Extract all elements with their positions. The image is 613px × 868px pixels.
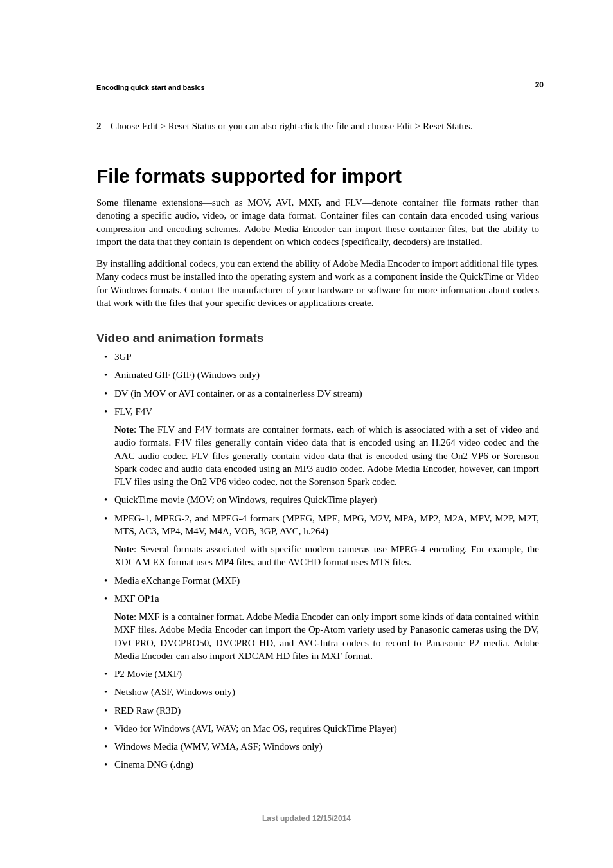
note-block: Note: Several formats associated with sp… [96,543,539,569]
list-item: MPEG-1, MPEG-2, and MPEG-4 formats (MPEG… [96,512,539,538]
step-line: 2Choose Edit > Reset Status or you can a… [96,120,539,133]
running-head: Encoding quick start and basics [96,84,539,91]
list-item: RED Raw (R3D) [96,704,539,717]
note-text: : The FLV and F4V formats are container … [114,424,539,487]
list-item: Netshow (ASF, Windows only) [96,685,539,698]
note-label: Note [114,544,134,554]
footer-updated: Last updated 12/15/2014 [0,814,613,823]
list-item: Video for Windows (AVI, WAV; on Mac OS, … [96,722,539,735]
list-item: P2 Movie (MXF) [96,667,539,680]
intro-paragraph-2: By installing additional codecs, you can… [96,257,539,309]
note-text: : Several formats associated with specif… [114,544,539,567]
list-item: Animated GIF (GIF) (Windows only) [96,368,539,381]
page-number: 20 [531,81,544,96]
page: 20 Encoding quick start and basics 2Choo… [0,0,613,868]
step-number: 2 [96,120,111,133]
note-block: Note: MXF is a container format. Adobe M… [96,610,539,662]
note-text: : MXF is a container format. Adobe Media… [114,611,539,661]
list-item: Windows Media (WMV, WMA, ASF; Windows on… [96,740,539,753]
note-label: Note [114,424,134,435]
section-title: File formats supported for import [96,165,539,187]
note-label: Note [114,611,134,622]
list-item: DV (in MOV or AVI container, or as a con… [96,387,539,400]
list-item: MXF OP1a [96,592,539,605]
list-item: Cinema DNG (.dng) [96,758,539,771]
list-item: QuickTime movie (MOV; on Windows, requir… [96,493,539,506]
intro-paragraph-1: Some filename extensions—such as MOV, AV… [96,196,539,248]
list-item: Media eXchange Format (MXF) [96,574,539,587]
format-list: 3GP Animated GIF (GIF) (Windows only) DV… [96,350,539,772]
note-block: Note: The FLV and F4V formats are contai… [96,423,539,488]
list-item: 3GP [96,350,539,363]
step-text: Choose Edit > Reset Status or you can al… [111,121,472,131]
subsection-title: Video and animation formats [96,331,539,345]
list-item: FLV, F4V [96,405,539,418]
